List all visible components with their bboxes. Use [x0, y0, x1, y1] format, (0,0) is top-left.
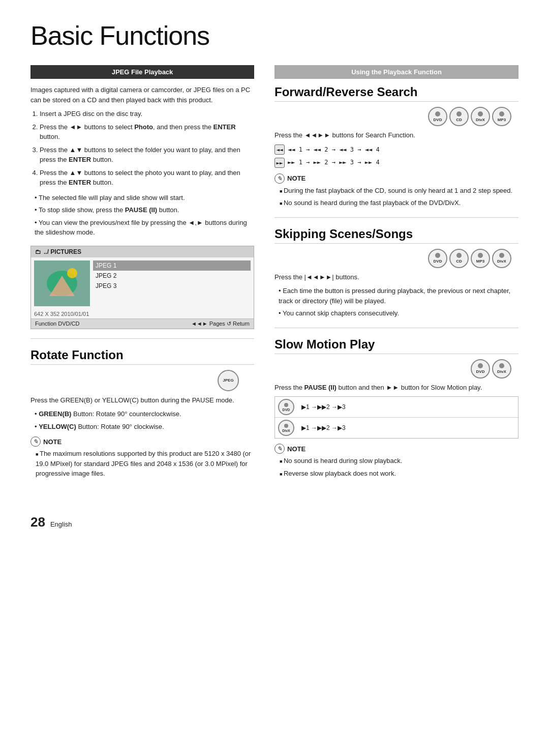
forward-note-list: During the fast playback of the CD, soun… — [274, 186, 518, 208]
rotate-bullets: GREEN(B) Button: Rotate 90° counterclock… — [30, 409, 254, 431]
forward-row: ►► ►► 1 → ►► 2 → ►► 3 → ►► 4 — [274, 157, 518, 168]
skipping-section: Skipping Scenes/Songs DVD CD MP3 DivX — [274, 227, 518, 318]
jpeg-steps: Insert a JPEG disc on the disc tray. Pre… — [30, 109, 254, 188]
jpeg-dimensions-date: 642 X 352 2010/01/01 — [31, 309, 254, 318]
forward-reverse-title: Forward/Reverse Search — [274, 85, 518, 102]
separator-rotate — [30, 338, 254, 339]
forward-disc-row: DVD CD DivX MP3 — [274, 107, 518, 126]
footer-pages: ◄◄► Pages ↺ Return — [191, 321, 250, 327]
jpeg-disc-button: JPEG — [218, 370, 239, 391]
forward-steps: ►► 1 → ►► 2 → ►► 3 → ►► 4 — [288, 157, 380, 168]
rotate-bullet-2: YELLOW(C) Button: Rotate 90° clockwise. — [35, 422, 254, 432]
jpeg-screen-body: JPEG 1 JPEG 2 JPEG 3 — [31, 257, 254, 309]
rotate-section: Rotate Function JPEG Press the GREEN(B) … — [30, 348, 254, 479]
jpeg-section: JPEG File Playback Images captured with … — [30, 65, 254, 329]
rotate-note-list: The maximum resolutions supported by thi… — [30, 449, 254, 479]
skipping-title: Skipping Scenes/Songs — [274, 227, 518, 244]
playback-header: Using the Playback Function — [274, 65, 518, 79]
bullet-2: To stop slide show, press the PAUSE (II)… — [35, 205, 254, 215]
rotate-intro: Press the GREEN(B) or YELLOW(C) button d… — [30, 395, 254, 405]
slow-intro: Press the PAUSE (II) button and then ►► … — [274, 383, 518, 393]
forward-arrow-icon: ►► — [274, 158, 285, 168]
step-1: Insert a JPEG disc on the disc tray. — [40, 109, 254, 119]
slow-motion-title: Slow Motion Play — [274, 337, 518, 354]
svg-point-3 — [67, 268, 77, 278]
right-column: Using the Playback Function Forward/Reve… — [274, 65, 518, 483]
skip-bullet-2: You cannot skip chapters consecutively. — [279, 308, 518, 318]
step-4: Press the ▲▼ buttons to select the photo… — [40, 168, 254, 188]
page-footer: 28 English — [30, 499, 518, 530]
jpeg-file-list: JPEG 1 JPEG 2 JPEG 3 — [90, 260, 251, 306]
jpeg-header: JPEG File Playback — [30, 65, 254, 79]
jpeg-intro: Images captured with a digital camera or… — [30, 85, 254, 105]
slow-note-list: No sound is heard during slow playback. … — [274, 456, 518, 478]
left-column: JPEG File Playback Images captured with … — [30, 65, 254, 484]
skip-divx-btn: DivX — [492, 249, 511, 268]
rewind-steps: ◄◄ 1 → ◄◄ 2 → ◄◄ 3 → ◄◄ 4 — [288, 144, 380, 156]
folder-label: ../ PICTURES — [44, 248, 81, 255]
slow-divx-steps: ▶1 →▶▶2 →▶3 — [301, 424, 346, 431]
rotate-note-1: The maximum resolutions supported by thi… — [36, 449, 254, 479]
footer-function: Function DVD/CD — [35, 321, 79, 327]
jpeg-screen: 🗀 ../ PICTURES JPEG 1 JPEG 2 — [30, 246, 254, 329]
slow-table-dvd-btn: DVD — [278, 399, 294, 415]
skip-bullet-1: Each time the button is pressed during p… — [279, 286, 518, 306]
dvd-disc-btn: DVD — [428, 107, 447, 126]
separator-skip — [274, 217, 518, 218]
skipping-bullets: Each time the button is pressed during p… — [274, 286, 518, 318]
skip-mp3-btn: MP3 — [471, 249, 490, 268]
jpeg-screen-footer: Function DVD/CD ◄◄► Pages ↺ Return — [31, 318, 254, 329]
skip-disc-row: DVD CD MP3 DivX — [274, 249, 518, 268]
slow-note-1: No sound is heard during slow playback. — [280, 456, 518, 466]
jpeg-bullets: The selected file will play and slide sh… — [30, 193, 254, 238]
search-arrows: ◄◄ ◄◄ 1 → ◄◄ 2 → ◄◄ 3 → ◄◄ 4 ►► ►► 1 → ►… — [274, 144, 518, 168]
rotate-note: ✎ NOTE The maximum resolutions supported… — [30, 437, 254, 479]
slow-disc-row: DVD DivX — [274, 359, 518, 379]
mp3-disc-btn: MP3 — [492, 107, 511, 126]
slow-note: ✎ NOTE No sound is heard during slow pla… — [274, 444, 518, 478]
slow-dvd-row: DVD ▶1 →▶▶2 →▶3 — [275, 397, 518, 418]
jpeg-thumbnail — [34, 260, 90, 306]
slow-dvd-btn: DVD — [471, 359, 490, 379]
folder-icon: 🗀 — [35, 248, 41, 255]
divx-disc-btn: DivX — [471, 107, 490, 126]
slow-dvd-steps: ▶1 →▶▶2 →▶3 — [301, 403, 346, 411]
rotate-title: Rotate Function — [30, 348, 254, 365]
slow-table-divx-btn: DivX — [278, 420, 294, 436]
jpeg-item-2[interactable]: JPEG 2 — [93, 271, 251, 281]
rewind-row: ◄◄ ◄◄ 1 → ◄◄ 2 → ◄◄ 3 → ◄◄ 4 — [274, 144, 518, 156]
forward-note-2: No sound is heard during the fast playba… — [280, 198, 518, 208]
step-2: Press the ◄► buttons to select Photo, an… — [40, 122, 254, 142]
step-3: Press the ▲▼ buttons to select the folde… — [40, 145, 254, 165]
jpeg-item-3[interactable]: JPEG 3 — [93, 281, 251, 291]
bullet-1: The selected file will play and slide sh… — [35, 193, 254, 203]
bullet-3: You can view the previous/next file by p… — [35, 218, 254, 238]
slow-motion-table: DVD ▶1 →▶▶2 →▶3 DivX ▶1 →▶▶2 →▶3 — [274, 396, 518, 439]
note-icon-2: ✎ — [274, 173, 285, 184]
skip-cd-btn: CD — [449, 249, 469, 268]
forward-intro: Press the ◄◄►► buttons for Search Functi… — [274, 130, 518, 140]
slow-motion-section: Slow Motion Play DVD DivX Press the PAUS… — [274, 337, 518, 479]
page-number: 28 — [30, 514, 45, 530]
rotate-note-label: ✎ NOTE — [30, 437, 254, 447]
skip-dvd-btn: DVD — [428, 249, 447, 268]
rotate-bullet-1: GREEN(B) Button: Rotate 90° counterclock… — [35, 409, 254, 419]
note-icon-3: ✎ — [274, 444, 285, 454]
slow-note-label: ✎ NOTE — [274, 444, 518, 454]
slow-divx-row: DivX ▶1 →▶▶2 →▶3 — [275, 418, 518, 438]
separator-slow — [274, 328, 518, 328]
skipping-intro: Press the |◄◄►►| buttons. — [274, 272, 518, 282]
jpeg-screen-header: 🗀 ../ PICTURES — [31, 246, 254, 257]
slow-note-2: Reverse slow playback does not work. — [280, 469, 518, 479]
page-language: English — [50, 520, 72, 528]
note-icon: ✎ — [30, 437, 41, 447]
rotate-disc-row: JPEG — [30, 370, 254, 391]
cd-disc-btn: CD — [449, 107, 469, 126]
slow-divx-btn: DivX — [492, 359, 511, 379]
page-title: Basic Functions — [30, 20, 518, 51]
forward-note: ✎ NOTE During the fast playback of the C… — [274, 173, 518, 208]
jpeg-item-1[interactable]: JPEG 1 — [93, 260, 251, 271]
forward-note-label: ✎ NOTE — [274, 173, 518, 184]
forward-reverse-section: Forward/Reverse Search DVD CD DivX MP3 — [274, 85, 518, 208]
rewind-arrow-icon: ◄◄ — [274, 144, 285, 155]
